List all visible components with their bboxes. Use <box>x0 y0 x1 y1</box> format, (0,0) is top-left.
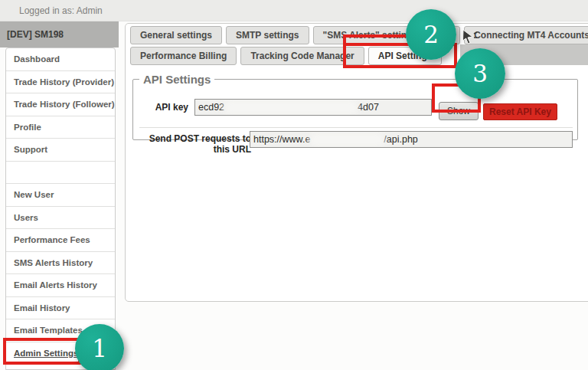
sidebar-item-sms-alerts-history[interactable]: SMS Alerts History <box>6 252 115 275</box>
sidebar-item-email-alerts-history[interactable]: Email Alerts History <box>6 274 115 297</box>
sidebar-header: [DEV] SM198 <box>0 21 119 47</box>
sidebar-item-new-user[interactable]: New User <box>6 184 115 207</box>
api-key-value-prefix: ecd92 <box>198 102 224 113</box>
fieldset-legend: API Settings <box>139 73 214 86</box>
highlight-box-admin-settings <box>3 338 81 365</box>
step-3-badge: 3 <box>455 48 505 99</box>
sidebar-item-email-history[interactable]: Email History <box>6 297 115 320</box>
post-url-redaction-blur <box>312 134 382 146</box>
step-2-badge: 2 <box>406 9 456 60</box>
sidebar-account-label: [DEV] SM198 <box>7 29 64 40</box>
sidebar-item-users[interactable]: Users <box>6 207 115 230</box>
api-key-value-suffix: 4d07 <box>358 102 379 113</box>
tab-general-settings[interactable]: General settings <box>130 26 222 44</box>
api-key-input[interactable]: ecd924d07 <box>194 99 432 116</box>
sidebar-nav: Dashboard Trade History (Provider) Trade… <box>5 47 116 370</box>
tab-smtp-settings[interactable]: SMTP settings <box>226 26 309 44</box>
post-url-value-prefix: https://www.e <box>253 134 310 145</box>
tab-connecting-mt4-accounts[interactable]: Connecting MT4 Accounts <box>464 26 588 44</box>
sidebar-item-trade-history-provider[interactable]: Trade History (Provider) <box>6 71 115 94</box>
sidebar-item-trade-history-follower[interactable]: Trade History (Follower) <box>6 93 115 116</box>
sidebar-item-profile[interactable]: Profile <box>6 116 115 139</box>
sidebar-item-performance-fees[interactable]: Performance Fees <box>6 229 115 252</box>
mouse-cursor-icon <box>459 28 479 47</box>
annotation-red-line <box>343 34 407 38</box>
tab-performance-billing[interactable]: Performance Billing <box>130 47 237 65</box>
post-url-input[interactable]: https://www.e/api.php <box>250 131 573 148</box>
api-settings-fieldset: API Settings API key ecd924d07 Show Rese… <box>132 73 578 140</box>
sidebar-item-support[interactable]: Support <box>6 139 115 162</box>
api-key-redaction-blur <box>226 102 356 113</box>
step-1-badge: 1 <box>75 324 124 370</box>
annotation-red-line-connector <box>343 34 346 46</box>
logged-in-status: Logged in as: Admin <box>19 5 103 16</box>
sidebar-item-dashboard[interactable]: Dashboard <box>6 48 115 71</box>
post-url-value-suffix: /api.php <box>384 134 417 145</box>
topbar: Logged in as: Admin <box>0 0 588 21</box>
reset-api-key-button[interactable]: Reset API Key <box>483 103 557 120</box>
api-key-label: API key <box>141 102 188 113</box>
fieldset-separator <box>139 127 573 128</box>
admin-panel-screen: Logged in as: Admin [DEV] SM198 Dashboar… <box>0 0 588 370</box>
post-url-label: Send POST requests to this URL <box>141 133 251 155</box>
sidebar-item-spacer <box>6 162 115 185</box>
